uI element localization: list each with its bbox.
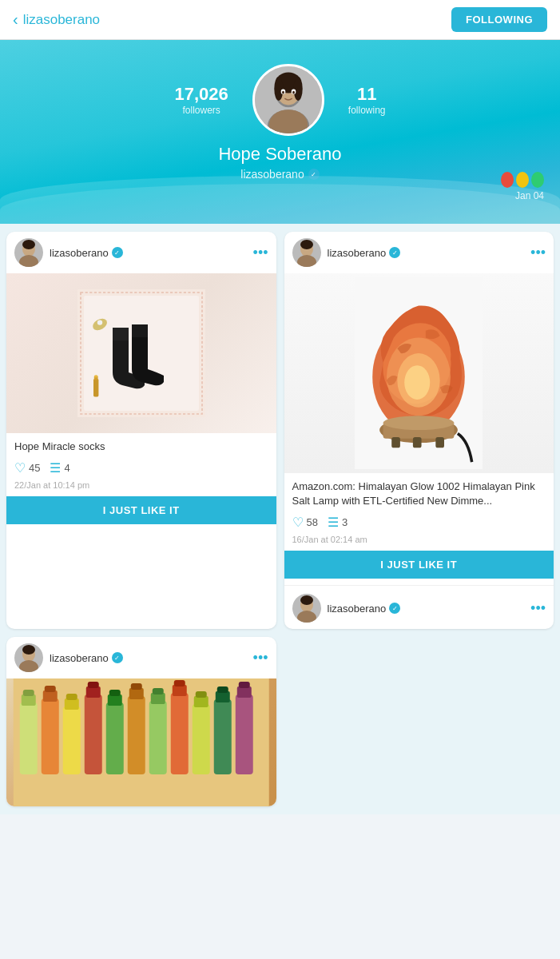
post-actions-lamp: ♡ 58 ☰ 3 (284, 511, 554, 535)
svg-point-12 (287, 94, 290, 97)
svg-rect-22 (93, 379, 98, 396)
post-image-socks (6, 273, 276, 433)
post-verified-lamp: ✓ (389, 247, 400, 258)
following-button[interactable]: FOLLOWING (451, 7, 547, 32)
svg-rect-82 (14, 678, 269, 806)
post-menu-lamp[interactable]: ••• (530, 245, 546, 261)
svg-point-27 (300, 240, 313, 249)
post-username-lamp: lizasoberano (328, 247, 387, 259)
svg-rect-38 (413, 437, 422, 448)
comment-icon-socks: ☰ (50, 460, 61, 476)
profile-stats: 17,026 followers (16, 64, 544, 136)
back-button[interactable]: ‹ lizasoberano (13, 10, 100, 29)
post-avatar-lamp (292, 238, 321, 267)
post-username-socks: lizasoberano (50, 247, 109, 259)
profile-display-name: Hope Soberano (16, 144, 544, 165)
content-area: lizasoberano ✓ ••• (0, 224, 560, 814)
post-time-lamp: 16/Jan at 02:14 am (284, 535, 554, 551)
svg-point-15 (22, 240, 35, 249)
profile-avatar (252, 64, 324, 136)
post-image-bottles (6, 678, 276, 806)
balloon-yellow (516, 172, 529, 188)
balloons-icon (501, 172, 544, 188)
comments-socks: ☰ 4 (50, 460, 70, 476)
following-stat: 11 following (348, 84, 386, 116)
post-card-bottles: lizasoberano ✓ ••• (6, 637, 276, 806)
likes-count-socks: 45 (29, 462, 40, 474)
post-verified-socks: ✓ (112, 247, 123, 258)
followers-stat: 17,026 followers (175, 84, 228, 116)
profile-handle: lizasoberano (240, 168, 304, 181)
wave-decoration (0, 184, 560, 224)
comment-icon-lamp: ☰ (328, 515, 339, 530)
comments-lamp: ☰ 3 (328, 515, 348, 530)
svg-rect-37 (391, 437, 400, 448)
svg-point-10 (282, 91, 284, 94)
post-menu-third[interactable]: ••• (530, 600, 546, 617)
post-avatar-bottles (14, 643, 43, 672)
post-menu-bottles[interactable]: ••• (253, 650, 268, 667)
svg-point-33 (404, 365, 430, 400)
post-time-socks: 22/Jan at 10:14 pm (6, 480, 276, 496)
svg-point-36 (383, 416, 455, 430)
post-username-bottles: lizasoberano (50, 652, 109, 664)
svg-point-6 (274, 77, 283, 101)
balloon-green (531, 172, 544, 188)
heart-icon-lamp: ♡ (292, 515, 304, 530)
post-header-bottles: lizasoberano ✓ ••• (6, 637, 276, 678)
back-chevron-icon: ‹ (13, 10, 18, 29)
svg-point-24 (94, 375, 98, 377)
post-title-socks: Hope Miracle socks (6, 433, 276, 457)
post-header-lamp: lizasoberano ✓ ••• (284, 232, 554, 273)
heart-icon-socks: ♡ (14, 460, 26, 476)
posts-grid: lizasoberano ✓ ••• (6, 232, 554, 806)
post-username-third: lizasoberano (328, 603, 387, 615)
likes-lamp: ♡ 58 (292, 515, 318, 530)
post-card-lamp: lizasoberano ✓ ••• (284, 232, 554, 629)
likes-socks: ♡ 45 (14, 460, 40, 476)
svg-point-7 (293, 77, 302, 101)
svg-point-42 (300, 595, 313, 605)
post-username-row-bottles: lizasoberano ✓ (50, 652, 247, 664)
profile-header: 17,026 followers (0, 40, 560, 224)
svg-point-21 (97, 320, 102, 324)
post-title-lamp: Amazon.com: Himalayan Glow 1002 Himalaya… (284, 473, 554, 511)
top-bar: ‹ lizasoberano FOLLOWING (0, 0, 560, 40)
post-image-lamp (284, 273, 554, 473)
balloon-red (501, 172, 514, 188)
following-label: following (348, 105, 386, 116)
comments-count-socks: 4 (64, 462, 70, 474)
post-verified-bottles: ✓ (112, 652, 123, 663)
post-verified-third: ✓ (389, 603, 400, 614)
post-username-row-socks: lizasoberano ✓ (50, 247, 247, 259)
following-count: 11 (348, 84, 386, 105)
profile-verified-badge: ✓ (308, 169, 320, 180)
post-username-row-lamp: lizasoberano ✓ (328, 247, 525, 259)
comments-count-lamp: 3 (342, 516, 348, 528)
post-actions-socks: ♡ 45 ☰ 4 (6, 457, 276, 480)
just-like-btn-lamp[interactable]: I JUST LIKE IT (284, 551, 554, 579)
post-card-socks: lizasoberano ✓ ••• (6, 232, 276, 629)
followers-label: followers (175, 105, 228, 116)
post-username-row-third: lizasoberano ✓ (328, 603, 525, 615)
top-bar-username: lizasoberano (23, 12, 100, 28)
profile-handle-row: lizasoberano ✓ (16, 168, 544, 181)
followers-count: 17,026 (175, 84, 228, 105)
post-header-third: lizasoberano ✓ ••• (284, 585, 554, 629)
post-header-socks: lizasoberano ✓ ••• (6, 232, 276, 273)
svg-rect-39 (436, 437, 445, 448)
just-like-btn-socks[interactable]: I JUST LIKE IT (6, 496, 276, 524)
svg-point-46 (22, 645, 35, 655)
likes-count-lamp: 58 (307, 516, 318, 528)
post-avatar-socks (14, 238, 43, 267)
post-avatar-third (292, 594, 321, 623)
post-menu-socks[interactable]: ••• (253, 245, 268, 261)
svg-point-11 (292, 91, 295, 94)
